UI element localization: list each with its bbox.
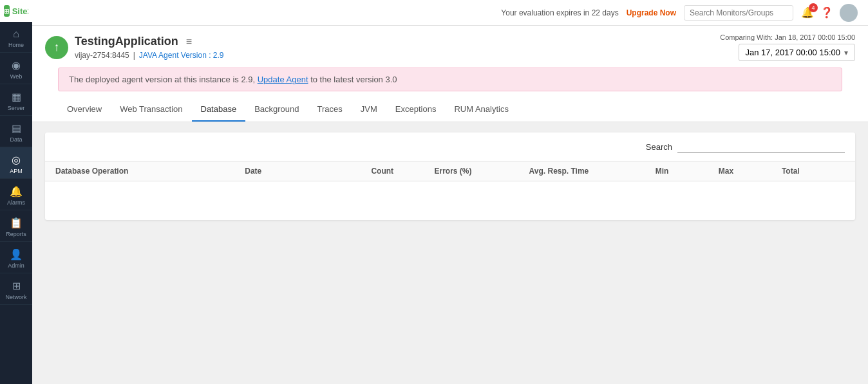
upgrade-link[interactable]: Upgrade Now xyxy=(627,8,676,17)
table-toolbar: Search xyxy=(45,133,855,161)
sidebar-label-network: Network xyxy=(5,294,26,300)
notification-badge: 4 xyxy=(809,3,818,12)
sidebar-item-server[interactable]: ▦ Server xyxy=(0,84,32,116)
topbar: Your evaluation expires in 22 days Upgra… xyxy=(32,0,868,26)
table-header: Database Operation Date Count Errors (%)… xyxy=(45,161,855,181)
sidebar-item-home[interactable]: ⌂ Home xyxy=(0,22,32,53)
notification-bell-icon[interactable]: 🔔 4 xyxy=(801,6,814,19)
topbar-right: Your evaluation expires in 22 days Upgra… xyxy=(501,4,858,22)
data-icon: ▤ xyxy=(12,122,21,134)
sidebar-label-web: Web xyxy=(10,73,22,80)
table-section: Search Database Operation Date Count Err… xyxy=(45,133,855,220)
app-title-left: ↑ TestingApplication ≡ vijay-2754:8445 |… xyxy=(45,35,224,60)
content: ↑ TestingApplication ≡ vijay-2754:8445 |… xyxy=(32,26,868,384)
col-database-operation: Database Operation xyxy=(55,167,245,176)
app-header: ↑ TestingApplication ≡ vijay-2754:8445 |… xyxy=(32,26,868,122)
sidebar-label-home: Home xyxy=(8,42,24,48)
home-icon: ⌂ xyxy=(13,28,19,40)
date-selector[interactable]: Jan 17, 2017 00:00 15:00 ▾ xyxy=(739,44,855,61)
avatar[interactable] xyxy=(840,4,858,22)
tab-exceptions[interactable]: Exceptions xyxy=(386,98,446,122)
tab-overview[interactable]: Overview xyxy=(58,98,111,122)
app-title-row: ↑ TestingApplication ≡ vijay-2754:8445 |… xyxy=(45,33,855,61)
sidebar-item-data[interactable]: ▤ Data xyxy=(0,116,32,147)
alert-text-before: The deployed agent version at this insta… xyxy=(69,75,255,84)
search-monitors-input[interactable] xyxy=(684,5,793,21)
main-content: Your evaluation expires in 22 days Upgra… xyxy=(32,0,868,384)
sidebar-label-reports: Reports xyxy=(6,231,26,237)
date-picker-section: Comparing With: Jan 18, 2017 00:00 15:00… xyxy=(720,33,855,61)
alarms-icon: 🔔 xyxy=(10,185,23,197)
tabs-row: Overview Web Transaction Database Backgr… xyxy=(45,98,855,122)
col-max: Max xyxy=(719,167,782,176)
server-icon: ▦ xyxy=(12,91,21,103)
logo-text: Site24x7 xyxy=(12,6,28,16)
app-menu-icon[interactable]: ≡ xyxy=(186,36,192,48)
app-name: TestingApplication xyxy=(75,35,178,48)
app-title-block: TestingApplication ≡ vijay-2754:8445 | J… xyxy=(75,35,224,60)
sidebar-item-reports[interactable]: 📋 Reports xyxy=(0,210,32,242)
agent-version: JAVA Agent Version : 2.9 xyxy=(139,51,224,60)
tab-jvm[interactable]: JVM xyxy=(352,98,386,122)
sidebar-item-web[interactable]: ◉ Web xyxy=(0,53,32,84)
eval-text: Your evaluation expires in 22 days xyxy=(501,8,618,17)
col-min: Min xyxy=(656,167,719,176)
col-avg-resp-time: Avg. Resp. Time xyxy=(529,167,656,176)
logo-icon: ⊞ xyxy=(4,5,10,17)
col-count: Count xyxy=(371,167,434,176)
sidebar-label-alarms: Alarms xyxy=(7,199,25,206)
col-errors: Errors (%) xyxy=(434,167,529,176)
app-meta: vijay-2754:8445 | JAVA Agent Version : 2… xyxy=(75,51,224,60)
sidebar-item-apm[interactable]: ◎ APM xyxy=(0,147,32,179)
app-status-icon: ↑ xyxy=(45,36,68,59)
help-icon[interactable]: ❓ xyxy=(820,6,833,19)
tab-rum-analytics[interactable]: RUM Analytics xyxy=(445,98,518,122)
app-user: vijay-2754:8445 xyxy=(75,51,129,60)
col-date: Date xyxy=(245,167,371,176)
topbar-icons: 🔔 4 ❓ xyxy=(801,4,858,22)
sidebar-item-alarms[interactable]: 🔔 Alarms xyxy=(0,179,32,210)
update-agent-link[interactable]: Update Agent xyxy=(258,75,308,84)
sidebar-item-network[interactable]: ⊞ Network xyxy=(0,273,32,305)
table-search-input[interactable] xyxy=(677,140,845,153)
sidebar-label-apm: APM xyxy=(10,168,23,174)
sidebar: ⊞ Site24x7 ⌂ Home ◉ Web ▦ Server ▤ Data … xyxy=(0,0,32,384)
sidebar-label-data: Data xyxy=(10,136,22,143)
alert-text-after: to the latest version 3.0 xyxy=(310,75,397,84)
date-value: Jan 17, 2017 00:00 15:00 xyxy=(746,48,840,57)
col-total: Total xyxy=(782,167,845,176)
sidebar-label-admin: Admin xyxy=(8,262,24,269)
chevron-down-icon: ▾ xyxy=(844,48,848,57)
sidebar-label-server: Server xyxy=(8,105,25,111)
tab-database[interactable]: Database xyxy=(192,98,246,122)
network-icon: ⊞ xyxy=(12,280,21,292)
sidebar-item-admin[interactable]: 👤 Admin xyxy=(0,242,32,273)
alert-banner: The deployed agent version at this insta… xyxy=(58,68,842,91)
sidebar-logo: ⊞ Site24x7 xyxy=(0,0,32,22)
table-body xyxy=(45,181,855,220)
search-label: Search xyxy=(646,142,672,152)
comparing-text: Comparing With: Jan 18, 2017 00:00 15:00 xyxy=(720,33,855,41)
tab-background[interactable]: Background xyxy=(245,98,308,122)
reports-icon: 📋 xyxy=(10,217,23,229)
web-icon: ◉ xyxy=(12,59,21,71)
apm-icon: ◎ xyxy=(12,154,21,166)
admin-icon: 👤 xyxy=(10,248,23,261)
tab-traces[interactable]: Traces xyxy=(308,98,352,122)
meta-separator: | xyxy=(133,51,135,60)
tab-web-transaction[interactable]: Web Transaction xyxy=(111,98,191,122)
